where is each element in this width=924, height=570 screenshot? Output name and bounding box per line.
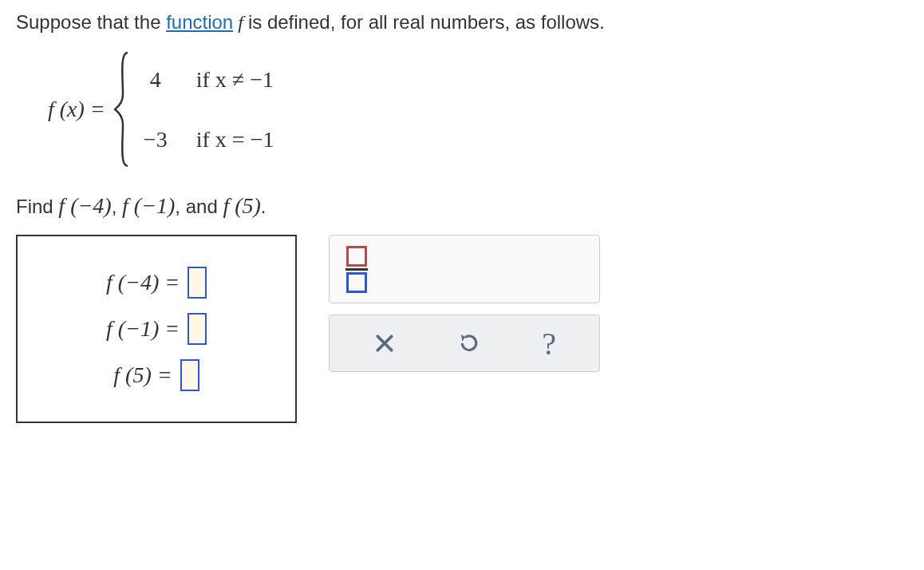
x-icon bbox=[373, 331, 397, 355]
intro-suffix: is defined, for all real numbers, as fol… bbox=[248, 11, 605, 33]
piecewise-definition: f (x) = 4 if x ≠ −1 −3 if x = −1 bbox=[48, 49, 908, 169]
piece-row-1: 4 if x ≠ −1 bbox=[136, 67, 274, 93]
intro-prefix: Suppose that the bbox=[16, 11, 166, 33]
piece2-value: −3 bbox=[136, 127, 176, 152]
find-c: f (5) bbox=[223, 193, 260, 218]
fraction-numerator-icon bbox=[346, 246, 367, 267]
answer2-input[interactable] bbox=[188, 313, 207, 345]
curly-brace-icon bbox=[113, 49, 131, 169]
help-button[interactable]: ? bbox=[542, 325, 556, 362]
action-bar: ? bbox=[329, 315, 600, 372]
undo-button[interactable] bbox=[457, 331, 481, 355]
answer2-label: f (−1) = bbox=[106, 316, 180, 342]
find-prefix: Find bbox=[16, 196, 58, 217]
find-a: f (−4) bbox=[58, 193, 111, 218]
answer-box: f (−4) = f (−1) = f (5) = bbox=[16, 235, 297, 423]
piece1-value: 4 bbox=[136, 67, 176, 93]
intro-f: f bbox=[233, 12, 248, 33]
answer1-input[interactable] bbox=[188, 267, 207, 299]
question-mark-icon: ? bbox=[542, 325, 556, 362]
fraction-denominator-icon bbox=[346, 272, 367, 293]
function-link[interactable]: function bbox=[166, 11, 233, 33]
answer3-input[interactable] bbox=[180, 359, 199, 391]
piece1-cond: if x ≠ −1 bbox=[196, 67, 274, 93]
fraction-bar-icon bbox=[346, 268, 368, 271]
piece-row-2: −3 if x = −1 bbox=[136, 127, 274, 152]
piece2-cond: if x = −1 bbox=[196, 127, 274, 152]
clear-button[interactable] bbox=[373, 331, 397, 355]
find-sep1: , bbox=[112, 196, 122, 217]
find-dot: . bbox=[261, 196, 267, 217]
problem-intro: Suppose that the function f is defined, … bbox=[16, 11, 908, 34]
template-palette bbox=[329, 235, 600, 303]
undo-icon bbox=[457, 331, 481, 355]
answer1-label: f (−4) = bbox=[106, 270, 180, 295]
answer-row-3: f (5) = bbox=[29, 359, 284, 391]
find-line: Find f (−4), f (−1), and f (5). bbox=[16, 193, 908, 219]
fx-lhs: f (x) = bbox=[48, 97, 105, 122]
find-sep2: , and bbox=[175, 196, 223, 217]
tool-panel: ? bbox=[329, 235, 600, 372]
find-b: f (−1) bbox=[122, 193, 175, 218]
fraction-button[interactable] bbox=[346, 246, 368, 293]
answer-row-1: f (−4) = bbox=[29, 267, 284, 299]
answer-row-2: f (−1) = bbox=[29, 313, 284, 345]
answer3-label: f (5) = bbox=[113, 362, 172, 388]
